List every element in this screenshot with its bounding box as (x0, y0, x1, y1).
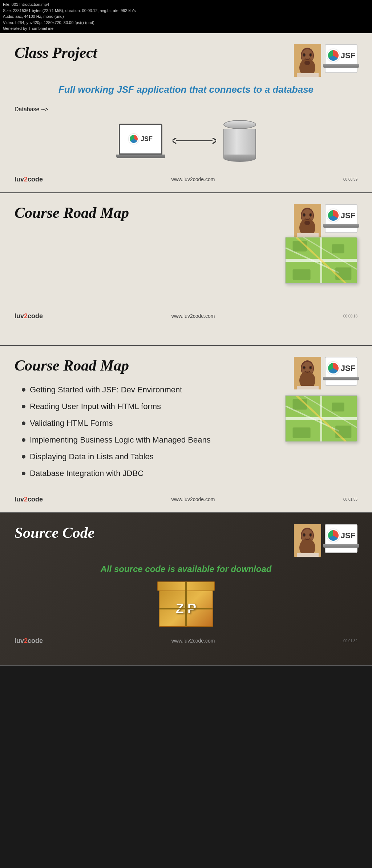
instructor-photo-3 (294, 357, 321, 389)
bullet-text-3: Validating HTML Forms (30, 419, 113, 428)
bullet-dot-1 (22, 388, 25, 392)
slide-2: Course Road Map (0, 193, 372, 346)
svg-point-59 (310, 534, 311, 536)
jsf-badge-text-3: JSF (341, 364, 355, 373)
laptop-icon: JSF (116, 124, 165, 158)
logo-accent-4: 2 (24, 637, 28, 644)
database-icon (223, 120, 256, 162)
svg-point-38 (303, 367, 305, 368)
footer-url-4: www.luv2code.com (171, 638, 215, 644)
luv2code-logo-1: luv2code (15, 176, 43, 183)
svg-rect-20 (297, 233, 319, 237)
jsf-screen-text: JSF (141, 135, 153, 143)
svg-rect-60 (297, 553, 319, 557)
video-info-line5: Generated by Thumbnail me (3, 25, 369, 32)
jsf-badge-inner: JSF (327, 49, 355, 62)
logo-accent-1: 2 (24, 176, 28, 183)
svg-rect-29 (293, 269, 311, 280)
jsf-in-screen: JSF (129, 134, 153, 144)
slide-3-footer: luv2code www.luv2code.com 00:01:55 (15, 493, 357, 505)
bullet-text-6: Database Integration with JDBC (30, 469, 143, 478)
luv2code-logo-3: luv2code (15, 496, 43, 503)
slide-4-title: Source Code (15, 524, 95, 541)
jsf-color-circle (327, 49, 340, 62)
slide-4-header: Source Code JSF (15, 524, 357, 557)
instructor-avatar-svg (294, 44, 321, 77)
db-top (223, 120, 256, 129)
slide-3-layout: Course Road Map Getting Started with JSF… (15, 357, 357, 489)
luv2code-logo-2: luv2code (15, 312, 43, 320)
db-bottom (223, 155, 256, 162)
svg-point-19 (304, 221, 310, 225)
map-container-2 (285, 237, 357, 284)
list-item-3: Validating HTML Forms (22, 415, 278, 432)
svg-rect-48 (332, 402, 344, 411)
laptop-bottom-3 (323, 377, 359, 380)
video-info-line1: File: 001 Introduction.mp4 (3, 1, 369, 8)
list-item-1: Getting Started with JSF: Dev Environmen… (22, 381, 278, 398)
footer-url-2: www.luv2code.com (171, 313, 215, 319)
footer-time-4: 00:01:32 (343, 639, 357, 643)
video-info-bar: File: 001 Introduction.mp4 Size: 2381536… (0, 0, 372, 33)
slide-4: Source Code JSF (0, 513, 372, 666)
laptop-bottom-2 (323, 224, 359, 228)
instructor-photo-2 (294, 204, 321, 237)
jsf-color-circle-2 (327, 209, 340, 222)
svg-rect-40 (297, 386, 319, 389)
footer-url-1: www.luv2code.com (171, 176, 215, 182)
luv2code-logo-4: luv2code (15, 637, 43, 645)
jsf-badge-text-2: JSF (341, 211, 355, 220)
footer-time-3: 00:01:55 (343, 497, 357, 501)
svg-point-58 (303, 534, 305, 536)
slide-2-footer: luv2code www.luv2code.com 00:00:18 (15, 309, 357, 322)
svg-point-18 (310, 214, 311, 216)
list-item-5: Displaying Data in Lists and Tables (22, 448, 278, 465)
slide-3-title: Course Road Map (15, 357, 129, 374)
laptop-screen: JSF (119, 124, 162, 155)
bullet-text-2: Reading User Input with HTML forms (30, 402, 161, 411)
slide-4-subtitle: All source code is available for downloa… (15, 564, 357, 574)
slide-1-icons: JSF (294, 44, 357, 77)
svg-rect-49 (293, 427, 311, 438)
slide-1-subtitle: Full working JSF application that connec… (15, 84, 357, 95)
rope-v-top (185, 582, 187, 591)
map-image-2 (285, 237, 357, 284)
bullet-list: Getting Started with JSF: Dev Environmen… (22, 381, 278, 482)
footer-time-1: 00:00:39 (343, 177, 357, 181)
jsf-badge-text-4: JSF (341, 531, 355, 540)
jsf-screen-logo (129, 134, 139, 144)
list-item-2: Reading User Input with HTML forms (22, 398, 278, 415)
instructor-avatar-svg-2 (294, 204, 321, 237)
svg-point-7 (310, 54, 311, 56)
jsf-badge-4: JSF (325, 524, 357, 553)
map-image-3 (285, 395, 357, 442)
jsf-badge-2: JSF (325, 204, 357, 233)
slide-1-header: Class Project (15, 44, 357, 77)
jsf-badge-1: JSF (325, 44, 357, 73)
video-info-line2: Size: 23815361 bytes (22.71 MiB), durati… (3, 8, 369, 14)
svg-point-39 (310, 367, 311, 368)
footer-time-2: 00:00:18 (343, 314, 357, 318)
svg-point-6 (303, 54, 305, 56)
svg-point-17 (303, 214, 305, 216)
db-cylinder (223, 120, 256, 162)
svg-rect-30 (335, 267, 351, 280)
laptop-bottom-4 (323, 544, 359, 548)
slide-4-icons: JSF (294, 524, 357, 557)
bullet-text-4: Implementing Business Logic with Managed… (30, 435, 211, 445)
zip-container: ZIP (157, 581, 215, 627)
slide-1-title: Class Project (15, 44, 97, 61)
logo-accent-2: 2 (24, 312, 28, 320)
svg-rect-28 (332, 244, 344, 253)
slide-4-footer: luv2code www.luv2code.com 00:01:32 (15, 634, 357, 647)
instructor-photo-1 (294, 44, 321, 77)
diagram-area: JSF (15, 120, 357, 162)
jsf-badge-inner-3: JSF (327, 362, 355, 375)
map-svg-3 (286, 395, 357, 442)
video-info-line3: Audio: aac, 44100 Hz, mono (und) (3, 13, 369, 20)
video-info-line4: Video: h264, yuv420p, 1280x720, 30.00 fp… (3, 20, 369, 26)
list-item-4: Implementing Business Logic with Managed… (22, 432, 278, 448)
jsf-badge-text: JSF (341, 51, 355, 60)
jsf-badge-3: JSF (325, 357, 357, 386)
map-svg (286, 237, 357, 284)
